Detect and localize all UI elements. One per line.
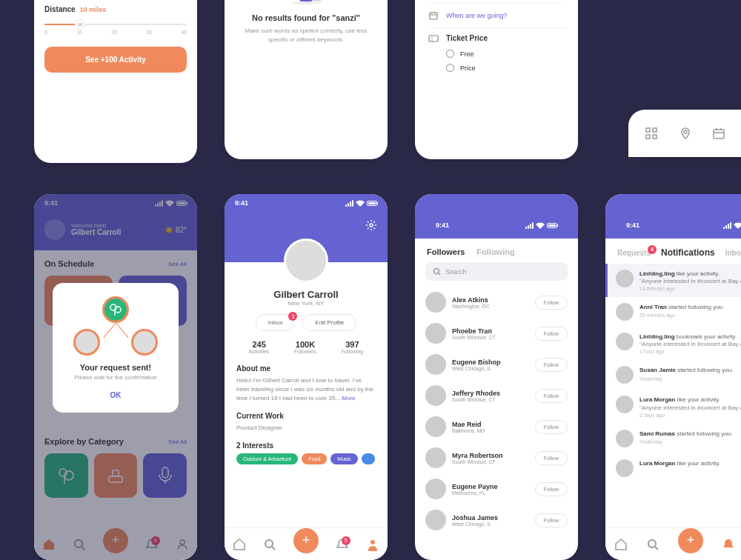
radio-free[interactable]: Free [428, 47, 565, 61]
tag-food[interactable]: Food [302, 453, 327, 464]
follower-item[interactable]: Myra RobertsonSouth Windsor, CTFollow [425, 442, 568, 473]
profile-avatar[interactable] [284, 239, 328, 283]
follower-location: Baltimore, MD [452, 428, 529, 433]
notif-text: Lura Morgan like your activity. [639, 396, 741, 404]
follow-button[interactable]: Follow [535, 513, 568, 527]
notif-item[interactable]: Anni Tran started following you.25 minut… [605, 297, 741, 327]
avatar [425, 354, 446, 375]
slider-knob[interactable]: 10 [75, 19, 85, 30]
event-form-screen: Where are we going? › When are we going?… [415, 0, 578, 159]
home-icon[interactable] [233, 538, 246, 551]
modal-overlay[interactable]: Your request sent! Please wait for the c… [34, 194, 197, 560]
follow-button[interactable]: Follow [535, 327, 568, 341]
when-row[interactable]: When are we going? [428, 4, 565, 28]
follow-button[interactable]: Follow [535, 358, 568, 372]
svg-point-40 [434, 269, 439, 274]
search-icon[interactable] [263, 538, 276, 551]
stat-activities[interactable]: 245Activities [249, 340, 270, 354]
stat-following[interactable]: 397Following [342, 340, 364, 354]
notif-item[interactable]: Linhling.ling like your activity."Anyone… [605, 264, 741, 297]
ok-button[interactable]: OK [63, 391, 168, 399]
search-input[interactable]: Search [425, 262, 568, 281]
avatar [425, 292, 446, 313]
svg-line-41 [439, 273, 440, 275]
add-button[interactable]: + [293, 528, 319, 553]
tab-notifications[interactable]: Notifications [661, 247, 715, 258]
avatar [425, 447, 446, 468]
bell-icon[interactable] [722, 538, 735, 551]
tab-requests[interactable]: Requests4 [617, 249, 651, 257]
noresults-title: No results found for "sanzi" [238, 13, 374, 22]
user-icon[interactable] [366, 538, 379, 551]
home-screen: 9:41 Welcome back! Gilbert Carroll ☀️82°… [34, 194, 197, 560]
bell-icon[interactable]: 5 [336, 538, 349, 551]
tag-music[interactable]: Music [330, 453, 357, 464]
home-icon[interactable] [614, 538, 628, 551]
avatar [616, 303, 634, 321]
notif-quote: "Anyone interested in #concert at Bay Ar… [639, 341, 741, 347]
when-text: When are we going? [446, 12, 565, 19]
notif-item[interactable]: Susan Jamie started following you.Yester… [605, 360, 741, 390]
follow-button[interactable]: Follow [535, 389, 568, 403]
radio-price[interactable]: Price [428, 61, 565, 75]
inbox-button[interactable]: Inbox3 [256, 314, 296, 331]
follower-item[interactable]: Phoebe TranSouth Windsor, CTFollow [425, 318, 568, 349]
gear-icon[interactable] [365, 219, 377, 231]
follower-item[interactable]: Mae ReidBaltimore, MDFollow [425, 411, 568, 442]
avatar [616, 430, 634, 447]
follower-location: South Windsor, CT [452, 335, 529, 340]
distance-slider[interactable]: 10 [44, 24, 187, 25]
ticket-label: Ticket Price [428, 34, 565, 42]
tag-more[interactable] [362, 453, 375, 464]
avatar [616, 396, 634, 413]
grid-icon[interactable] [645, 127, 657, 139]
search-icon[interactable] [646, 538, 659, 551]
followers-list: Alex AtkinsWashington, DCFollowPhoebe Tr… [415, 287, 578, 536]
follow-button[interactable]: Follow [535, 420, 568, 434]
follower-item[interactable]: Joshua JamesWest Chicago, ILFollow [425, 504, 568, 536]
stat-followers[interactable]: 100KFollowers [294, 340, 316, 354]
follow-button[interactable]: Follow [535, 451, 568, 465]
edit-profile-button[interactable]: Edit Profile [302, 314, 356, 331]
follower-item[interactable]: Eugene PayneMelbourne, FLFollow [425, 473, 568, 504]
notif-list: Linhling.ling like your activity."Anyone… [605, 264, 741, 483]
back-icon[interactable]: ← [616, 235, 626, 247]
follower-location: West Chicago, IL [452, 521, 529, 527]
notif-text: Anni Tran started following you. [639, 303, 724, 311]
tab-inbox[interactable]: Inbox2 [725, 249, 741, 257]
more-link[interactable]: More [342, 395, 355, 401]
profile-name: Gilbert Carroll [236, 289, 376, 300]
follower-name: Mae Reid [452, 421, 529, 428]
see-activity-button[interactable]: See +100 Activity [44, 47, 187, 73]
add-button[interactable]: + [678, 528, 703, 553]
calendar-icon[interactable] [713, 127, 725, 139]
svg-rect-5 [430, 13, 437, 19]
follower-item[interactable]: Alex AtkinsWashington, DCFollow [425, 287, 568, 318]
tab-following[interactable]: Following [476, 247, 514, 256]
notif-text: Sami Rumas started following you. [639, 430, 732, 438]
notif-item[interactable]: Lura Morgan like your activity."Anyone i… [605, 390, 741, 423]
follow-button[interactable]: Follow [535, 296, 568, 310]
follower-location: South Windsor, CT [452, 459, 529, 464]
follower-name: Alex Atkins [452, 296, 529, 304]
profile-location: New York, NY [236, 300, 376, 307]
notif-item[interactable]: Linhling.ling bookmark your activity."An… [605, 327, 741, 360]
follower-item[interactable]: Jeffery RhodesSouth Windsor, CTFollow [425, 380, 568, 411]
notif-time: Yesterday [639, 376, 733, 381]
tag-outdoor[interactable]: Outdoor & Advanture [236, 453, 298, 464]
follower-item[interactable]: Eugene BishopWest Chicago, ILFollow [425, 349, 568, 380]
tab-followers[interactable]: Followers [427, 247, 465, 256]
pin-icon[interactable] [680, 127, 691, 139]
about-text: Hello! I'm Gilbert Carroll and I love to… [236, 376, 376, 403]
notif-text: Susan Jamie started following you. [639, 366, 733, 374]
notif-item[interactable]: Sami Rumas started following you.Yesterd… [605, 424, 741, 453]
follow-button[interactable]: Follow [535, 482, 568, 496]
tree-icon [102, 296, 129, 323]
interest-tags: Outdoor & Advanture Food Music [236, 453, 376, 464]
profile-stats: 245Activities 100KFollowers 397Following [236, 340, 376, 354]
back-icon[interactable]: ← [425, 235, 436, 247]
svg-rect-14 [653, 135, 657, 139]
notif-quote: "Anyone interested in #concert at Bay Ar… [639, 278, 741, 284]
notif-item[interactable]: Lura Morgan like your activity. [605, 453, 741, 483]
notif-text: Linhling.ling bookmark your activity. [639, 333, 741, 341]
